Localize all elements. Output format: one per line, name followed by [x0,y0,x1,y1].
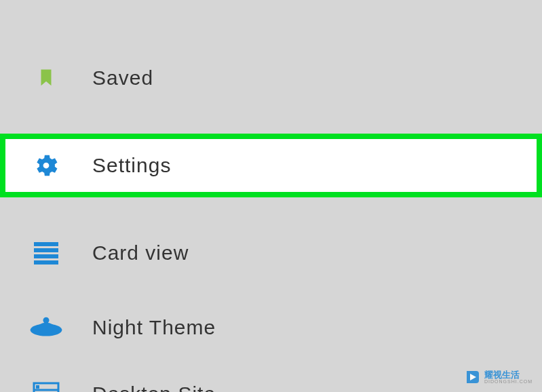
bookmark-icon [26,62,66,94]
list-icon [26,239,66,267]
svg-rect-1 [34,242,58,246]
menu-item-label: Settings [92,154,171,177]
menu-item-label: Saved [92,66,153,90]
menu-item-label: Desktop Site [92,383,216,393]
menu-item-saved[interactable]: Saved [0,41,542,115]
menu-item-desktop[interactable]: Desktop Site [0,365,542,392]
watermark-text: 耀视生活 [484,370,533,379]
envelope-icon [26,4,66,14]
svg-rect-4 [34,260,58,264]
window-icon [26,382,66,393]
navigation-menu: Inbox Saved Settings [0,0,542,392]
play-logo-icon [464,369,480,385]
ufo-icon [26,314,66,341]
menu-item-cardview[interactable]: Card view [0,216,542,290]
menu-item-label: Card view [92,241,189,264]
menu-item-nighttheme[interactable]: Night Theme [0,290,542,365]
menu-item-inbox[interactable]: Inbox [0,0,542,14]
menu-item-label: Night Theme [92,316,216,339]
svg-point-0 [43,163,50,169]
svg-point-7 [37,323,54,332]
gear-icon [26,151,66,180]
svg-point-5 [43,317,50,324]
svg-rect-2 [34,248,58,252]
svg-rect-3 [34,254,58,258]
watermark: 耀视生活 DIDONGSHI.COM [464,369,533,385]
svg-rect-10 [36,385,39,389]
watermark-sub: DIDONGSHI.COM [484,379,533,384]
menu-item-settings[interactable]: Settings [0,134,542,197]
